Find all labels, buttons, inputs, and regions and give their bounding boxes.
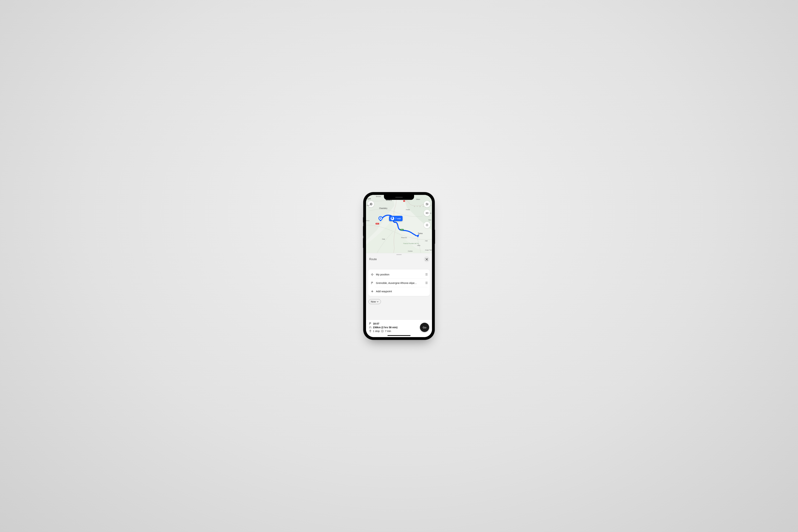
waypoint-destination-label: Grenoble, Auvergne-Rhone-Alpe... — [376, 281, 423, 284]
waypoint-start[interactable]: My position ☰ — [370, 270, 428, 279]
drag-handle-icon[interactable]: ☰ — [425, 281, 428, 285]
home-indicator — [387, 335, 411, 336]
sheet-title: Route — [369, 258, 377, 261]
crosshair-icon — [370, 273, 374, 276]
charging-stations-button[interactable] — [424, 201, 430, 207]
route-start-pin[interactable] — [378, 216, 383, 221]
chevron-down-icon — [377, 301, 379, 303]
drag-handle-icon[interactable]: ☰ — [425, 273, 428, 276]
waypoints-card: My position ☰ Grenoble, Auvergne-Rhone-A… — [368, 269, 430, 296]
go-button[interactable]: Go — [420, 323, 429, 332]
svg-point-6 — [427, 225, 427, 225]
go-button-label: Go — [423, 326, 426, 329]
view-mode-label: 3D — [425, 212, 429, 214]
phone-side-button — [363, 238, 364, 248]
charge-time: 7 min — [385, 330, 391, 332]
charge-icon — [391, 217, 394, 220]
map-canvas[interactable]: 7 min 3D Lyon Bresse Annecy Sitten Chamb… — [366, 195, 432, 253]
bolt-circle-icon — [381, 330, 384, 332]
distance-duration: 236km (2 hrs 58 min) — [373, 326, 398, 329]
screen: 7 min 3D Lyon Bresse Annecy Sitten Chamb… — [366, 195, 432, 337]
arrival-time: 18:07 — [373, 322, 379, 325]
add-waypoint-label: Add waypoint — [376, 290, 428, 293]
phone-side-button — [434, 230, 435, 244]
summary-arrival: 18:07 — [369, 322, 398, 325]
view-mode-toggle[interactable]: 3D — [424, 210, 430, 216]
summary-distance: 236km (2 hrs 58 min) — [369, 326, 398, 329]
close-button[interactable] — [424, 256, 430, 262]
departure-time-label: Now — [371, 300, 376, 303]
recenter-button[interactable] — [424, 222, 430, 228]
notch — [384, 195, 414, 200]
svg-rect-3 — [380, 217, 381, 218]
flag-icon — [369, 322, 372, 325]
waypoint-destination[interactable]: Grenoble, Auvergne-Rhone-Alpe... ☰ — [375, 279, 428, 287]
pin-icon — [369, 330, 372, 332]
route-sheet: Route My position ☰ — [366, 253, 432, 337]
phone-side-button — [363, 226, 364, 236]
flag-icon — [370, 282, 374, 284]
add-waypoint-button[interactable]: Add waypoint — [375, 287, 428, 295]
road-shield: 1 — [403, 200, 405, 202]
crosshair-icon — [425, 224, 429, 227]
settings-button[interactable] — [368, 201, 374, 207]
departure-time-chip[interactable]: Now — [368, 299, 381, 304]
charge-stop-tooltip[interactable]: 7 min — [389, 216, 402, 221]
gear-icon — [369, 203, 373, 206]
phone-mockup: 7 min 3D Lyon Bresse Annecy Sitten Chamb… — [363, 192, 435, 340]
waypoint-start-label: My position — [376, 273, 423, 276]
fuel-ev-icon — [425, 203, 429, 206]
charge-tooltip-text: 7 min — [395, 217, 401, 220]
close-icon — [425, 258, 428, 261]
road-shield: A51 — [376, 223, 379, 225]
phone-side-button — [363, 217, 364, 223]
road-shield: A32 — [400, 229, 404, 230]
route-summary-bar: 18:07 236km (2 hrs 58 min) 1 stop 7 min … — [366, 320, 432, 337]
plus-icon — [370, 290, 374, 293]
svg-point-8 — [372, 274, 373, 275]
svg-point-9 — [370, 330, 370, 331]
summary-stops: 1 stop 7 min — [369, 330, 398, 332]
stops-count: 1 stop — [373, 330, 380, 332]
road-icon — [369, 326, 372, 329]
